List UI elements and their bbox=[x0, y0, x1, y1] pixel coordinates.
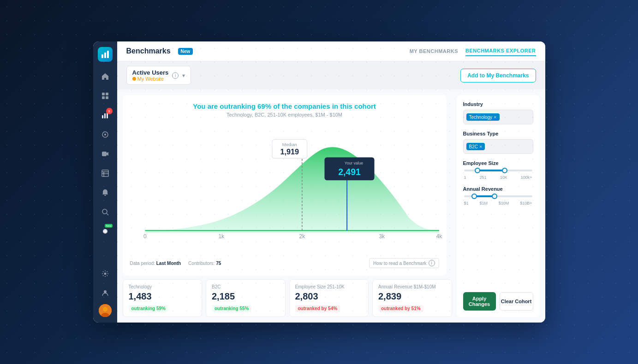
chart-footer-left: Data period: Last Month Contributors: 75 bbox=[130, 261, 221, 266]
sidebar-item-grid[interactable] bbox=[97, 88, 113, 104]
svg-text:Median: Median bbox=[282, 142, 297, 147]
annual-revenue-track bbox=[464, 195, 532, 197]
chart-column: You are outranking 69% of the companies … bbox=[123, 95, 452, 317]
tab-benchmarks-explorer[interactable]: BENCHMARKS EXPLORER bbox=[465, 46, 536, 56]
bell-curve bbox=[145, 147, 439, 233]
clear-cohort-button[interactable]: Clear Cohort bbox=[500, 292, 533, 311]
sidebar-item-bell[interactable] bbox=[97, 184, 113, 201]
svg-line-18 bbox=[107, 213, 108, 215]
metric-card-b2c: B2C 2,185 outranking 55% bbox=[206, 279, 286, 317]
annual-revenue-slider[interactable]: $1 $1M $10M $10B+ bbox=[463, 195, 533, 205]
info-icon[interactable]: i bbox=[172, 72, 179, 79]
industry-label: Industry bbox=[463, 101, 533, 107]
card-label-2: Employee Size 251-10K bbox=[295, 284, 363, 289]
metric-cards: Technology 1,483 outranking 59% B2C 2,18… bbox=[123, 279, 452, 317]
annual-revenue-labels: $1 $1M $10M $10B+ bbox=[464, 201, 532, 205]
x-label-0: 0 bbox=[143, 233, 147, 240]
card-status-3: outranked by 51% bbox=[378, 305, 423, 312]
employee-size-thumb-right[interactable] bbox=[502, 168, 507, 173]
svg-rect-6 bbox=[106, 96, 108, 99]
metric-selector[interactable]: Active Users My Website i ▾ bbox=[126, 66, 191, 85]
svg-rect-1 bbox=[104, 53, 106, 58]
card-value-3: 2,839 bbox=[378, 291, 446, 302]
tab-my-benchmarks[interactable]: MY BENCHMARKS bbox=[410, 47, 458, 56]
outer-wrapper: 9 bbox=[0, 0, 638, 364]
card-value-1: 2,185 bbox=[212, 291, 280, 302]
card-label-0: Technology bbox=[129, 284, 197, 289]
sidebar-item-new-feature[interactable]: New bbox=[97, 223, 113, 240]
filter-action-buttons: Apply Changes Clear Cohort bbox=[463, 292, 533, 311]
chevron-down-icon[interactable]: ▾ bbox=[182, 72, 185, 79]
sidebar-item-chart[interactable]: 9 bbox=[97, 107, 113, 123]
annual-revenue-thumb-right[interactable] bbox=[492, 194, 497, 199]
chart-headline: You are outranking 69% of the companies … bbox=[130, 102, 439, 110]
sidebar-item-table[interactable] bbox=[97, 165, 113, 182]
annual-revenue-thumb-left[interactable] bbox=[471, 194, 477, 199]
app-shell: 9 bbox=[93, 41, 545, 323]
card-status-1: outranking 55% bbox=[212, 305, 251, 312]
x-label-3k: 3k bbox=[379, 233, 385, 240]
page-title: Benchmarks bbox=[126, 47, 171, 55]
sidebar-item-user[interactable] bbox=[97, 285, 113, 301]
svg-text:Dec 2024: Dec 2024 bbox=[376, 161, 394, 165]
svg-rect-5 bbox=[102, 96, 105, 99]
employee-size-track bbox=[464, 170, 532, 171]
app-logo[interactable] bbox=[98, 47, 113, 62]
apply-changes-button[interactable]: Apply Changes bbox=[463, 292, 496, 311]
x-label-4k: 4k bbox=[436, 233, 442, 240]
new-feature-badge: New bbox=[105, 224, 112, 228]
card-label-1: B2C bbox=[212, 284, 280, 289]
filter-industry: Industry Technology × bbox=[463, 101, 533, 124]
card-status-0: outranking 59% bbox=[129, 305, 168, 312]
content-area: You are outranking 69% of the companies … bbox=[117, 89, 545, 323]
main-content: Benchmarks New MY BENCHMARKS BENCHMARKS … bbox=[117, 41, 545, 323]
svg-rect-0 bbox=[101, 54, 103, 58]
employee-size-thumb-left[interactable] bbox=[475, 168, 480, 173]
business-type-tag-b2c[interactable]: B2C × bbox=[466, 143, 485, 150]
employee-size-slider[interactable]: 1 251 10K 100k+ bbox=[463, 170, 533, 180]
svg-rect-4 bbox=[106, 93, 108, 95]
headline-prefix: You are bbox=[193, 102, 218, 110]
sidebar-item-settings[interactable] bbox=[97, 265, 113, 282]
chart-badge: 9 bbox=[106, 108, 113, 114]
sidebar: 9 bbox=[93, 41, 117, 323]
svg-point-23 bbox=[103, 307, 107, 311]
svg-point-21 bbox=[104, 290, 107, 293]
employee-size-fill bbox=[477, 170, 505, 171]
data-period: Data period: Last Month bbox=[130, 261, 181, 266]
svg-rect-13 bbox=[102, 170, 108, 176]
employee-size-labels: 1 251 10K 100k+ bbox=[464, 175, 532, 180]
filter-bar: Active Users My Website i ▾ Add to My Be… bbox=[117, 61, 545, 89]
avatar[interactable] bbox=[99, 304, 112, 317]
business-type-tag-remove[interactable]: × bbox=[479, 144, 482, 149]
svg-rect-2 bbox=[107, 51, 109, 58]
industry-tag-remove[interactable]: × bbox=[494, 114, 496, 120]
filter-spacer bbox=[463, 212, 533, 286]
industry-tag-technology[interactable]: Technology × bbox=[466, 113, 500, 121]
card-status-2: outranked by 54% bbox=[295, 305, 340, 312]
source-dot bbox=[132, 77, 136, 81]
svg-point-17 bbox=[102, 209, 107, 214]
x-label-2k: 2k bbox=[299, 233, 305, 240]
card-value-2: 2,803 bbox=[295, 291, 363, 302]
svg-rect-7 bbox=[102, 115, 103, 118]
svg-rect-8 bbox=[104, 113, 106, 118]
svg-text:2,491: 2,491 bbox=[338, 167, 361, 177]
metric-card-revenue: Annual Revenue $1M-$10M 2,839 outranked … bbox=[372, 279, 452, 317]
industry-tags: Technology × bbox=[463, 110, 533, 124]
filter-employee-size: Employee Size 1 251 10K 100 bbox=[463, 160, 533, 180]
how-to-button[interactable]: How to read a Benchmark i bbox=[369, 258, 439, 268]
business-type-label: Business Type bbox=[463, 131, 533, 136]
x-label-1k: 1k bbox=[218, 233, 224, 240]
sidebar-item-home[interactable] bbox=[97, 68, 113, 85]
business-type-tags: B2C × bbox=[463, 139, 533, 154]
add-benchmark-button[interactable]: Add to My Benchmarks bbox=[460, 69, 536, 82]
chart-container: You are outranking 69% of the companies … bbox=[123, 95, 447, 276]
chart-wrapper: 0 1k 2k 3k 4k Median 1,919 bbox=[130, 122, 439, 254]
card-label-3: Annual Revenue $1M-$10M bbox=[378, 284, 446, 289]
sidebar-item-gauge[interactable] bbox=[97, 126, 113, 143]
benchmark-chart: 0 1k 2k 3k 4k Median 1,919 bbox=[130, 122, 439, 254]
sidebar-item-video[interactable] bbox=[97, 146, 113, 162]
chart-footer: Data period: Last Month Contributors: 75… bbox=[130, 258, 439, 268]
sidebar-item-search[interactable] bbox=[97, 204, 113, 220]
